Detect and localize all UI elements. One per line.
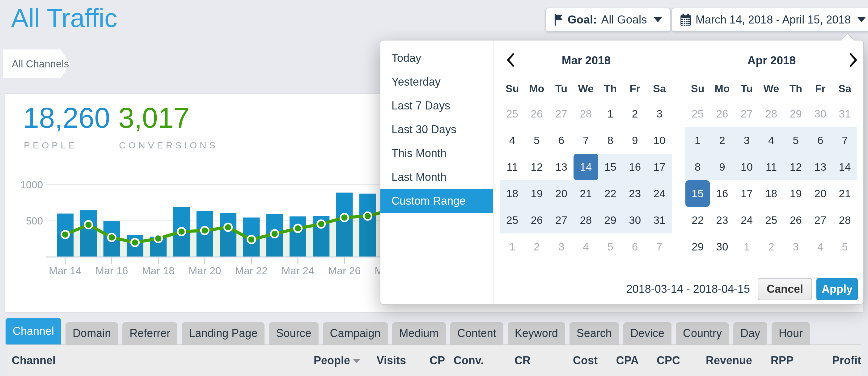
calendar-day[interactable]: 25: [500, 207, 524, 233]
tab-day[interactable]: Day: [733, 322, 767, 344]
calendar-day[interactable]: 21: [574, 180, 598, 207]
calendar-day[interactable]: 8: [685, 154, 710, 180]
preset-yesterday[interactable]: Yesterday: [380, 70, 493, 94]
preset-last-month[interactable]: Last Month: [380, 165, 493, 189]
calendar-day[interactable]: 2: [623, 100, 647, 127]
tab-campaign[interactable]: Campaign: [323, 322, 388, 344]
tab-channel[interactable]: Channel: [6, 318, 61, 344]
calendar-day[interactable]: 5: [524, 127, 549, 154]
calendar-day[interactable]: 16: [623, 154, 647, 180]
calendar-day[interactable]: 12: [784, 154, 808, 180]
calendar-day[interactable]: 13: [808, 154, 833, 180]
calendar-day[interactable]: 6: [808, 127, 833, 154]
calendar-day[interactable]: 31: [647, 207, 672, 233]
calendar-day[interactable]: 29: [598, 207, 623, 233]
calendar-day[interactable]: 30: [710, 233, 734, 260]
calendar-day[interactable]: 8: [598, 127, 623, 154]
column-header-cp[interactable]: CP: [406, 354, 445, 367]
cancel-button[interactable]: Cancel: [758, 278, 812, 300]
calendar-day[interactable]: 27: [549, 207, 574, 233]
calendar-day[interactable]: 19: [784, 180, 808, 207]
calendar-day[interactable]: 16: [710, 180, 734, 207]
calendar-day[interactable]: 26: [524, 100, 549, 127]
calendar-day[interactable]: 3: [735, 127, 759, 154]
calendar-day[interactable]: 4: [808, 233, 833, 260]
column-header-rpp[interactable]: RPP: [752, 354, 794, 367]
calendar-day[interactable]: 1: [598, 100, 623, 127]
column-header-revenue[interactable]: Revenue: [680, 354, 752, 367]
tab-referrer[interactable]: Referrer: [122, 322, 177, 344]
calendar-day[interactable]: 2: [710, 127, 734, 154]
calendar-day[interactable]: 2: [759, 233, 783, 260]
column-header-visits[interactable]: Visits: [360, 354, 406, 367]
column-header-cost[interactable]: Cost: [531, 354, 598, 367]
column-header-cpa[interactable]: CPA: [598, 354, 639, 367]
calendar-day[interactable]: 30: [623, 207, 647, 233]
calendar-day[interactable]: 24: [647, 180, 672, 207]
calendar-day[interactable]: 11: [759, 154, 783, 180]
calendar-day[interactable]: 25: [759, 207, 783, 233]
column-header-people[interactable]: People: [298, 354, 360, 367]
tab-landing-page[interactable]: Landing Page: [182, 322, 265, 344]
column-header-channel[interactable]: Channel: [12, 354, 298, 367]
calendar-day[interactable]: 30: [808, 100, 833, 127]
apply-button[interactable]: Apply: [816, 278, 858, 300]
preset-last-7-days[interactable]: Last 7 Days: [380, 94, 493, 117]
calendar-day[interactable]: 5: [598, 233, 623, 260]
calendar-day[interactable]: 4: [759, 127, 783, 154]
goal-selector-button[interactable]: Goal: All Goals: [546, 8, 671, 32]
calendar-day[interactable]: 24: [735, 207, 759, 233]
preset-custom-range[interactable]: Custom Range: [380, 189, 493, 213]
column-header-cr[interactable]: CR: [484, 354, 531, 367]
calendar-day[interactable]: 4: [574, 233, 598, 260]
calendar-day[interactable]: 27: [735, 100, 759, 127]
calendar-day[interactable]: 17: [647, 154, 672, 180]
calendar-day[interactable]: 6: [623, 233, 647, 260]
calendar-day[interactable]: 15: [598, 154, 623, 180]
calendar-day[interactable]: 1: [735, 233, 759, 260]
calendar-day[interactable]: 10: [647, 127, 672, 154]
calendar-day-selected[interactable]: 15: [685, 180, 710, 207]
calendar-day[interactable]: 25: [500, 100, 524, 127]
breadcrumb-all-channels[interactable]: All Channels: [3, 50, 70, 78]
calendar-day[interactable]: 3: [647, 100, 672, 127]
calendar-day[interactable]: 22: [685, 207, 710, 233]
calendar-day[interactable]: 26: [784, 207, 808, 233]
column-header-conv-[interactable]: Conv.: [445, 354, 484, 367]
calendar-day[interactable]: 7: [647, 233, 672, 260]
tab-search[interactable]: Search: [569, 322, 619, 344]
calendar-day[interactable]: 18: [759, 180, 783, 207]
calendar-day[interactable]: 4: [500, 127, 524, 154]
calendar-day[interactable]: 28: [574, 207, 598, 233]
calendar-day[interactable]: 9: [623, 127, 647, 154]
calendar-day[interactable]: 10: [735, 154, 759, 180]
calendar-day[interactable]: 11: [500, 154, 524, 180]
date-range-button[interactable]: March 14, 2018 - April 15, 2018: [672, 8, 868, 32]
calendar-day[interactable]: 12: [524, 154, 549, 180]
calendar-day[interactable]: 1: [500, 233, 524, 260]
calendar-day[interactable]: 26: [524, 207, 549, 233]
calendar-day[interactable]: 28: [833, 207, 857, 233]
calendar-day[interactable]: 25: [685, 100, 710, 127]
preset-this-month[interactable]: This Month: [380, 141, 493, 165]
column-header-cpc[interactable]: CPC: [639, 354, 680, 367]
calendar-day[interactable]: 3: [549, 233, 574, 260]
calendar-day[interactable]: 3: [784, 233, 808, 260]
calendar-day[interactable]: 23: [623, 180, 647, 207]
calendar-day[interactable]: 6: [549, 127, 574, 154]
calendar-day[interactable]: 19: [524, 180, 549, 207]
column-header-profit[interactable]: Profit: [794, 354, 861, 367]
tab-medium[interactable]: Medium: [392, 322, 446, 344]
calendar-day[interactable]: 23: [710, 207, 734, 233]
tab-country[interactable]: Country: [676, 322, 729, 344]
calendar-day[interactable]: 18: [500, 180, 524, 207]
calendar-day[interactable]: 20: [549, 180, 574, 207]
calendar-day[interactable]: 28: [759, 100, 783, 127]
calendar-day[interactable]: 5: [784, 127, 808, 154]
calendar-day[interactable]: 13: [549, 154, 574, 180]
calendar-day[interactable]: 2: [524, 233, 549, 260]
tab-content[interactable]: Content: [450, 322, 503, 344]
calendar-day[interactable]: 29: [685, 233, 710, 260]
tab-keyword[interactable]: Keyword: [508, 322, 565, 344]
calendar-day[interactable]: 21: [833, 180, 857, 207]
